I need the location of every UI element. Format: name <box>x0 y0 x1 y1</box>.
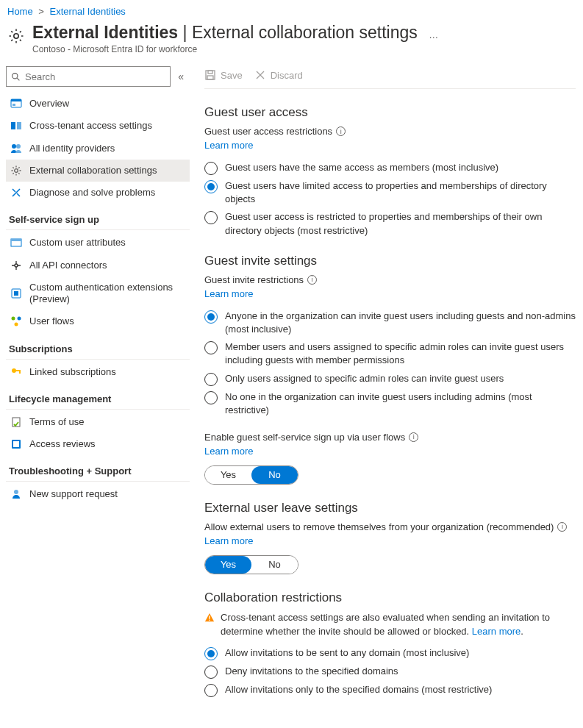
breadcrumb-home[interactable]: Home <box>7 6 33 17</box>
svg-rect-7 <box>17 122 21 129</box>
svg-line-2 <box>17 78 19 80</box>
section-guest-access-title: Guest user access <box>204 105 576 120</box>
svg-rect-12 <box>11 239 21 241</box>
toolbar: Save Discard <box>204 66 576 89</box>
radio-invite-admins[interactable]: Only users assigned to specific admin ro… <box>204 372 576 386</box>
search-field[interactable] <box>25 71 165 82</box>
radio-guest-access-limited[interactable]: Guest users have limited access to prope… <box>204 179 576 206</box>
svg-point-10 <box>15 169 18 173</box>
cross-tenant-icon <box>10 120 22 132</box>
svg-rect-32 <box>209 620 210 621</box>
warning-icon <box>204 613 215 623</box>
learn-more-leave[interactable]: Learn more <box>204 535 253 546</box>
self-service-label: Enable guest self-service sign up via us… <box>204 432 576 443</box>
guest-access-label: Guest user access restrictions i <box>204 126 576 137</box>
sidebar-group-lifecycle: Lifecycle management <box>6 383 190 410</box>
sidebar-item-terms[interactable]: Terms of use <box>6 411 190 433</box>
svg-rect-31 <box>209 615 210 618</box>
sidebar-item-linked-subs[interactable]: Linked subscriptions <box>6 361 190 383</box>
page-header: External Identities | External collabora… <box>0 20 583 62</box>
radio-invite-noone[interactable]: No one in the organization can invite gu… <box>204 390 576 417</box>
toggle-yes[interactable]: Yes <box>205 556 251 574</box>
diagnose-icon <box>10 187 22 199</box>
idp-icon <box>10 143 22 154</box>
svg-point-0 <box>14 34 18 38</box>
leave-toggle[interactable]: Yes No <box>204 555 298 574</box>
sidebar-item-all-idp[interactable]: All identity providers <box>6 138 190 160</box>
sidebar-group-troubleshoot: Troubleshooting + Support <box>6 455 190 482</box>
sidebar-item-custom-auth-ext[interactable]: Custom authentication extensions (Previe… <box>6 276 190 311</box>
terms-icon <box>10 416 22 428</box>
svg-point-9 <box>16 144 21 149</box>
sidebar-item-diagnose[interactable]: Diagnose and solve problems <box>6 182 190 204</box>
gear-icon <box>7 27 25 45</box>
sidebar: « Overview Cross-tenant access settings … <box>0 62 190 724</box>
sidebar-item-access-reviews[interactable]: Access reviews <box>6 433 190 455</box>
org-line: Contoso - Microsoft Entra ID for workfor… <box>32 44 576 54</box>
auth-ext-icon <box>10 288 22 299</box>
sidebar-item-support[interactable]: New support request <box>6 483 190 505</box>
svg-rect-24 <box>13 441 19 447</box>
sidebar-item-api-connectors[interactable]: All API connectors <box>6 254 190 276</box>
svg-point-1 <box>12 73 18 78</box>
info-icon[interactable]: i <box>557 522 567 532</box>
breadcrumb-external-identities[interactable]: External Identities <box>50 6 126 17</box>
svg-point-18 <box>15 323 18 326</box>
overview-icon <box>10 98 22 110</box>
radio-invite-members[interactable]: Member users and users assigned to speci… <box>204 340 576 367</box>
save-button[interactable]: Save <box>204 69 243 81</box>
discard-button[interactable]: Discard <box>254 69 303 81</box>
sidebar-item-user-flows[interactable]: User flows <box>6 310 190 332</box>
api-icon <box>10 260 22 271</box>
user-flows-icon <box>10 315 22 327</box>
svg-rect-15 <box>14 291 18 296</box>
learn-more-guest-access[interactable]: Learn more <box>204 140 253 151</box>
svg-point-17 <box>18 317 21 321</box>
attributes-icon <box>10 237 22 249</box>
svg-point-16 <box>12 317 15 321</box>
info-icon[interactable]: i <box>409 432 418 442</box>
sidebar-group-subscriptions: Subscriptions <box>6 333 190 360</box>
learn-more-self-service[interactable]: Learn more <box>204 446 253 457</box>
info-icon[interactable]: i <box>336 126 346 136</box>
sidebar-group-selfservice: Self-service sign up <box>6 204 190 230</box>
more-button[interactable]: … <box>429 22 439 40</box>
info-icon[interactable]: i <box>307 275 317 285</box>
support-icon <box>10 488 22 500</box>
access-reviews-icon <box>10 438 22 450</box>
collab-warning: Cross-tenant access settings are also ev… <box>204 611 576 639</box>
self-service-toggle[interactable]: Yes No <box>204 465 298 485</box>
radio-guest-access-restricted[interactable]: Guest user access is restricted to prope… <box>204 210 576 237</box>
invite-restrictions-label: Guest invite restrictions i <box>204 274 576 285</box>
learn-more-invite[interactable]: Learn more <box>204 288 253 299</box>
learn-more-collab[interactable]: Learn more <box>472 626 521 637</box>
toggle-no[interactable]: No <box>251 466 298 484</box>
sidebar-item-overview[interactable]: Overview <box>6 93 190 115</box>
toggle-yes[interactable]: Yes <box>205 466 251 484</box>
radio-collab-deny[interactable]: Deny invitations to the specified domain… <box>204 665 576 679</box>
leave-label: Allow external users to remove themselve… <box>204 521 576 532</box>
radio-collab-allow-any[interactable]: Allow invitations to be sent to any doma… <box>204 646 576 660</box>
search-input[interactable] <box>6 66 171 87</box>
svg-point-13 <box>15 264 18 267</box>
svg-point-8 <box>12 144 16 149</box>
content-area: Save Discard Guest user access Guest use… <box>190 62 583 724</box>
radio-invite-anyone[interactable]: Anyone in the organization can invite gu… <box>204 310 576 336</box>
section-leave-title: External user leave settings <box>204 501 576 515</box>
svg-rect-4 <box>11 99 21 101</box>
section-collab-title: Collaboration restrictions <box>204 590 576 605</box>
svg-rect-6 <box>11 122 15 129</box>
sidebar-item-cross-tenant[interactable]: Cross-tenant access settings <box>6 115 190 137</box>
svg-rect-21 <box>19 370 21 374</box>
breadcrumb: Home > External Identities <box>0 0 583 20</box>
breadcrumb-separator: > <box>38 6 44 17</box>
radio-guest-access-inclusive[interactable]: Guest users have the same access as memb… <box>204 161 576 175</box>
key-icon <box>10 366 22 378</box>
toggle-no[interactable]: No <box>251 556 298 574</box>
sidebar-item-external-collab[interactable]: External collaboration settings <box>6 160 190 182</box>
collapse-sidebar-button[interactable]: « <box>178 71 184 82</box>
search-icon <box>11 72 21 82</box>
radio-collab-allow-only[interactable]: Allow invitations only to the specified … <box>204 683 576 697</box>
sidebar-item-custom-attrs[interactable]: Custom user attributes <box>6 232 190 254</box>
svg-rect-28 <box>207 76 213 79</box>
